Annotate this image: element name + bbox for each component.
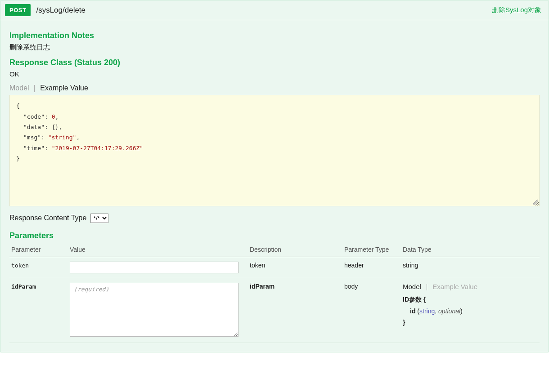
response-class-status-text: OK: [9, 70, 540, 78]
json-string: "2019-07-27T04:17:29.266Z": [52, 145, 144, 151]
response-example-box[interactable]: { "code": 0, "data": {}, "msg": "string"…: [9, 95, 540, 206]
param-type: body: [342, 278, 401, 343]
json-key: "data": [23, 124, 45, 130]
schema-close: }: [403, 319, 405, 326]
json-object: {}: [52, 124, 59, 130]
table-row: token token header string: [9, 257, 540, 278]
operation-header[interactable]: POST /sysLog/delete 删除SysLog对象: [0, 0, 549, 20]
col-description: Description: [248, 243, 342, 257]
json-key: "msg": [23, 134, 41, 141]
param-data-type-cell: Model Example Value ID参数 { id (string, o…: [401, 278, 540, 343]
col-param-type: Parameter Type: [342, 243, 401, 257]
json-key: "time": [23, 145, 45, 151]
response-content-type-select[interactable]: */*: [90, 214, 108, 223]
operation-body: Implementation Notes 删除系统日志 Response Cla…: [0, 20, 549, 352]
operation-panel: POST /sysLog/delete 删除SysLog对象 Implement…: [0, 0, 549, 352]
col-value: Value: [68, 243, 248, 257]
json-string: "string": [48, 134, 76, 141]
response-content-type-row: Response Content Type */*: [9, 214, 540, 223]
parameters-header-row: Parameter Value Description Parameter Ty…: [9, 243, 540, 257]
operation-summary: 删除SysLog对象: [492, 6, 541, 14]
tab-example-value[interactable]: Example Value: [40, 84, 91, 92]
table-row: idParam idParam body Model Example Value…: [9, 278, 540, 343]
schema-title: ID参数: [403, 296, 422, 303]
json-brace-open: {: [16, 102, 20, 109]
datatype-tabs: Model Example Value: [403, 283, 538, 290]
tab-separator: [427, 284, 427, 290]
implementation-notes-heading: Implementation Notes: [9, 31, 540, 40]
json-brace-close: }: [16, 155, 20, 162]
response-view-tabs: Model Example Value: [9, 84, 540, 92]
response-class-heading: Response Class (Status 200): [9, 58, 540, 67]
param-name-idparam: idParam: [11, 283, 36, 290]
datatype-tab-model[interactable]: Model: [403, 283, 421, 290]
col-parameter: Parameter: [9, 243, 68, 257]
param-data-type: string: [401, 257, 540, 278]
datatype-tab-example[interactable]: Example Value: [432, 283, 477, 290]
idparam-textarea[interactable]: [70, 283, 238, 337]
endpoint-path: /sysLog/delete: [36, 6, 492, 15]
http-method-badge: POST: [5, 4, 31, 16]
parameters-table: Parameter Value Description Parameter Ty…: [9, 243, 540, 343]
col-data-type: Data Type: [401, 243, 540, 257]
tab-model[interactable]: Model: [9, 84, 33, 92]
param-name-token: token: [11, 262, 29, 269]
param-description: idParam: [248, 278, 342, 343]
schema-field-type[interactable]: string: [419, 307, 435, 315]
param-description: token: [248, 257, 342, 278]
token-input[interactable]: [70, 262, 238, 273]
schema-field-name: id: [410, 307, 415, 315]
implementation-notes-text: 删除系统日志: [9, 43, 540, 52]
response-content-type-label: Response Content Type: [9, 214, 86, 222]
json-key: "code": [23, 113, 45, 120]
resize-grip-icon: [533, 200, 538, 205]
schema-optional: optional: [438, 307, 460, 315]
param-type: header: [342, 257, 401, 278]
tab-separator: [34, 85, 35, 92]
parameters-heading: Parameters: [9, 231, 540, 241]
model-schema: ID参数 { id (string, optional) }: [403, 294, 538, 328]
